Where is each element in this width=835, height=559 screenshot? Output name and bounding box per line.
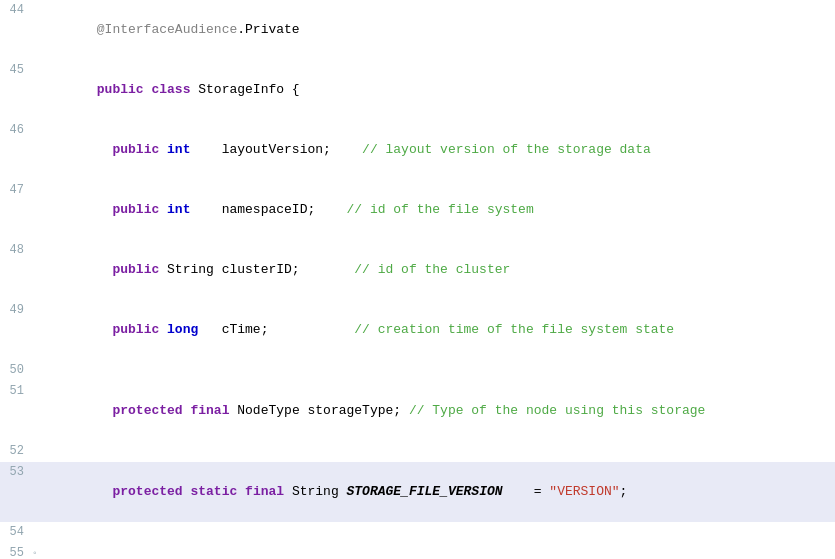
code-line-45: 45 public class StorageInfo {: [0, 60, 835, 120]
line-number-45: 45: [0, 60, 32, 80]
line-number-44: 44: [0, 0, 32, 20]
code-line-44: 44 @InterfaceAudience.Private: [0, 0, 835, 60]
code-line-48: 48 public String clusterID; // id of the…: [0, 240, 835, 300]
line-number-46: 46: [0, 120, 32, 140]
line-number-50: 50: [0, 360, 32, 380]
line-number-54: 54: [0, 522, 32, 542]
line-number-51: 51: [0, 381, 32, 401]
code-line-47: 47 public int namespaceID; // id of the …: [0, 180, 835, 240]
code-line-49: 49 public long cTime; // creation time o…: [0, 300, 835, 360]
line-number-49: 49: [0, 300, 32, 320]
code-line-53: 53 protected static final String STORAGE…: [0, 462, 835, 522]
code-line-54: 54: [0, 522, 835, 543]
code-line-51: 51 protected final NodeType storageType;…: [0, 381, 835, 441]
code-line-50: 50: [0, 360, 835, 381]
code-editor: 44 @InterfaceAudience.Private 45 public …: [0, 0, 835, 559]
line-number-48: 48: [0, 240, 32, 260]
line-number-55: 55: [0, 543, 32, 559]
code-line-55: 55 ◦ public StorageInfo(NodeType type) {: [0, 543, 835, 559]
code-line-46: 46 public int layoutVersion; // layout v…: [0, 120, 835, 180]
line-number-47: 47: [0, 180, 32, 200]
code-line-52: 52: [0, 441, 835, 462]
line-number-52: 52: [0, 441, 32, 461]
line-number-53: 53: [0, 462, 32, 482]
